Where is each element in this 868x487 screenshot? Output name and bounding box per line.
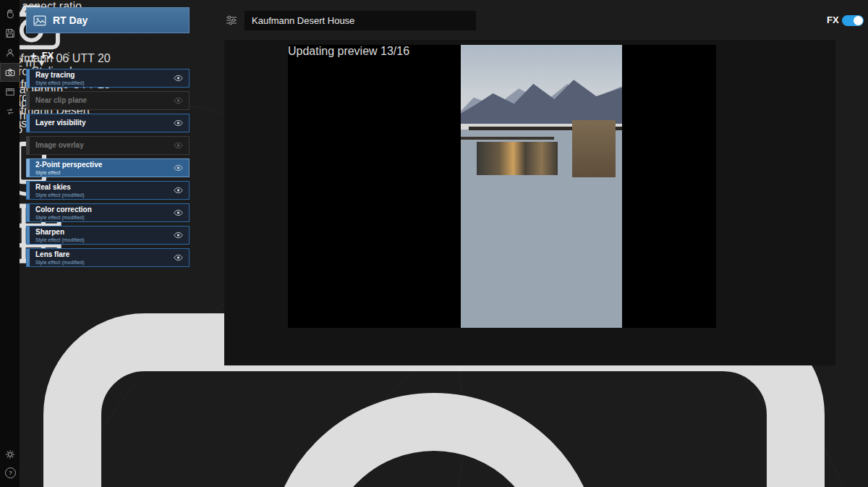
- fx-effect-subtitle: Style effect (modified): [35, 237, 85, 242]
- preview-status-text: Updating preview 13/16: [288, 45, 409, 57]
- fx-accent-bar: [27, 114, 30, 132]
- fx-effect-subtitle: Style effect (modified): [35, 260, 85, 265]
- visibility-eye-icon[interactable]: [173, 142, 184, 149]
- visibility-eye-icon[interactable]: [173, 209, 184, 216]
- fx-accent-bar: [27, 69, 30, 87]
- fx-effect-title: Near clip plane: [35, 97, 87, 104]
- visibility-eye-icon[interactable]: [173, 254, 184, 261]
- fx-effect-title: Real skies: [35, 184, 85, 191]
- fx-effect-layer-visibility[interactable]: Layer visibility: [26, 114, 190, 132]
- fx-effect-sharpen[interactable]: Sharpen Style effect (modified): [26, 226, 190, 245]
- fx-effect-title: Ray tracing: [35, 72, 85, 79]
- fx-effect-title: Color correction: [35, 206, 92, 213]
- photo-settings-icon[interactable]: [226, 15, 237, 25]
- fx-effect-title: 2-Point perspective: [35, 161, 102, 169]
- fx-effect-near-clip-plane[interactable]: Near clip plane: [26, 91, 190, 110]
- photo-mode-icon[interactable]: [0, 63, 20, 82]
- fx-effect-list: Ray tracing Style effect (modified) Near…: [26, 69, 190, 267]
- movie-mode-icon[interactable]: [0, 82, 20, 101]
- fx-accent-bar: [27, 204, 30, 221]
- save-icon[interactable]: [0, 24, 20, 43]
- mode-rail: ?: [0, 0, 20, 487]
- sync-icon[interactable]: [0, 102, 20, 121]
- visibility-eye-icon[interactable]: [173, 119, 184, 127]
- visibility-eye-icon[interactable]: [173, 187, 184, 194]
- fx-effect-subtitle: Style effect: [35, 170, 102, 175]
- visibility-eye-icon[interactable]: [173, 164, 184, 171]
- fx-effect-subtitle: Style effect (modified): [35, 192, 85, 198]
- fx-add-row: + FX ⋮: [26, 48, 190, 62]
- fx-effect-ray-tracing[interactable]: Ray tracing Style effect (modified): [26, 69, 190, 88]
- settings-gear-icon[interactable]: [0, 445, 20, 464]
- fx-effect-title: Sharpen: [35, 229, 85, 236]
- fx-accent-bar: [27, 226, 30, 244]
- fx-effect-subtitle: Style effect (modified): [35, 215, 92, 220]
- app-window: ? RT Day + FX ⋮ Ray tracing Style effect…: [0, 0, 868, 487]
- build-hand-icon[interactable]: [0, 4, 20, 23]
- photo-icon: [33, 15, 46, 26]
- toggle-knob: [854, 16, 863, 25]
- preview-panel: Updating preview 13/16: [224, 40, 835, 365]
- rendered-photo-preview: [461, 45, 622, 328]
- help-icon[interactable]: ?: [5, 467, 16, 478]
- photo-house: [461, 119, 622, 198]
- fx-toggle-switch[interactable]: [842, 15, 864, 26]
- photo-name-input[interactable]: Kaufmann Desert House: [244, 11, 476, 30]
- styles-icon[interactable]: [0, 43, 20, 62]
- fx-effect-subtitle: Style effect (modified): [35, 80, 85, 85]
- fx-accent-bar: [27, 249, 30, 266]
- fx-effect-2-point-perspective[interactable]: 2-Point perspective Style effect: [26, 158, 190, 177]
- fx-effect-color-correction[interactable]: Color correction Style effect (modified): [26, 203, 190, 222]
- style-preset-title: RT Day: [53, 14, 88, 26]
- fx-sidebar: RT Day + FX ⋮ Ray tracing Style effect (…: [26, 7, 190, 271]
- fx-effect-lens-flare[interactable]: Lens flare Style effect (modified): [26, 248, 190, 267]
- fx-toggle-label: FX: [827, 14, 839, 25]
- fx-add-button[interactable]: FX: [42, 50, 54, 61]
- kebab-menu-icon[interactable]: ⋮: [64, 50, 73, 61]
- style-preset-header[interactable]: RT Day: [26, 7, 190, 33]
- fx-accent-bar: [27, 159, 30, 177]
- visibility-eye-icon[interactable]: [173, 75, 184, 82]
- fx-effect-title: Lens flare: [35, 251, 85, 258]
- fx-effect-real-skies[interactable]: Real skies Style effect (modified): [26, 181, 190, 200]
- visibility-eye-icon[interactable]: [173, 232, 184, 239]
- fx-accent-bar: [27, 92, 30, 109]
- plus-icon[interactable]: +: [30, 49, 37, 62]
- fx-accent-bar: [27, 182, 30, 199]
- preview-letterbox: Updating preview 13/16: [288, 45, 716, 328]
- fx-effect-title: Layer visibility: [35, 119, 85, 127]
- visibility-eye-icon[interactable]: [173, 97, 184, 104]
- fx-accent-bar: [27, 137, 30, 154]
- fx-effect-image-overlay[interactable]: Image overlay: [26, 136, 190, 155]
- fx-effect-title: Image overlay: [35, 142, 84, 149]
